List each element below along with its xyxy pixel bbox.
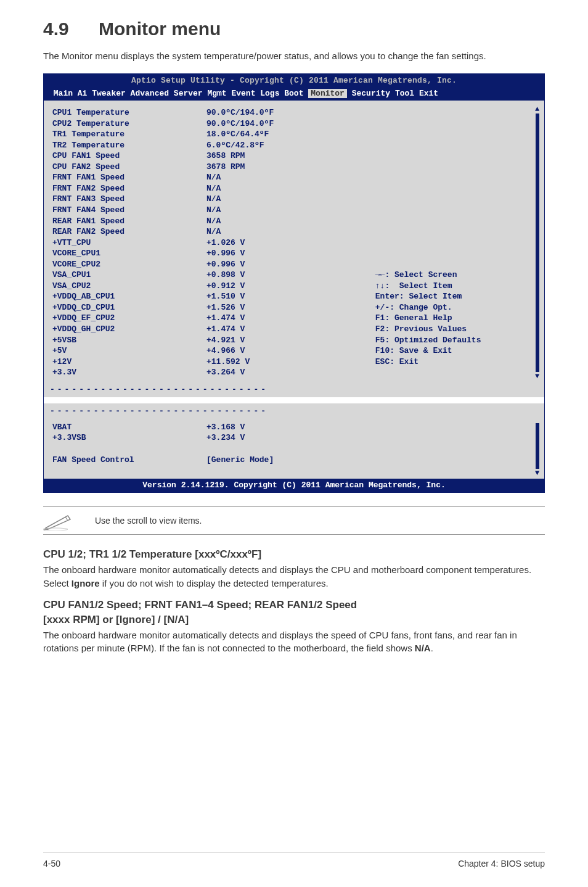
bios-row: CPU2 Temperature90.0ºC/194.0ºF [52,118,367,130]
bios-row: VCORE_CPU1+0.996 V [52,248,367,259]
bios-row: TR2 Temperature6.0ºC/42.8ºF [52,140,367,151]
bios-row-label: CPU FAN1 Speed [52,151,206,162]
intro-paragraph: The Monitor menu displays the system tem… [43,49,545,62]
bios-row-label: VSA_CPU2 [52,281,206,292]
bios-row-value: +1.026 V [206,237,245,249]
bios-row: VSA_CPU1+0.898 V [52,270,367,281]
chapter-label: Chapter 4: BIOS setup [458,859,545,868]
bios-row-value: +0.912 V [206,281,245,292]
bios-row: FRNT FAN4 SpeedN/A [52,205,367,216]
bios-row: VCORE_CPU2+0.996 V [52,259,367,270]
bios-row: CPU1 Temperature90.0ºC/194.0ºF [52,107,367,118]
bios-row-value: N/A [206,172,221,183]
bios-menu-bar: Main Ai Tweaker Advanced Server Mgmt Eve… [44,88,544,101]
help-spacer [375,216,537,227]
bios-menu-before: Main Ai Tweaker Advanced Server Mgmt Eve… [49,89,308,98]
bios-row: +5VSB+4.921 V [52,335,367,346]
bios-row-value: +0.996 V [206,248,245,259]
help-spacer [375,162,537,173]
scroll-track[interactable] [536,113,539,372]
bios-row-label: FRNT FAN2 Speed [52,183,206,194]
bios-row: +12V+11.592 V [52,357,367,368]
scroll-up-icon[interactable]: ▲ [535,106,539,112]
bios-row: +VDDQ_CD_CPU1+1.526 V [52,302,367,313]
bios-row-label: +VDDQ_GH_CPU2 [52,324,206,335]
bios-row-value: N/A [206,205,221,216]
scroll-down-icon-2[interactable]: ▼ [535,470,539,476]
bios-row: REAR FAN2 SpeedN/A [52,226,367,237]
bios-row-value: 3658 RPM [206,151,245,162]
bios-row: +VTT_CPU+1.026 V [52,237,367,249]
bios-row-label: +VDDQ_EF_CPU2 [52,313,206,324]
bios-row-label: CPU FAN2 Speed [52,162,206,173]
note-callout: Use the scroll to view items. [43,506,545,535]
bios-left-panel: CPU1 Temperature90.0ºC/194.0ºFCPU2 Tempe… [44,105,369,381]
bios-lower-panel: VBAT+3.168 V+3.3VSB+3.234 V FAN Speed Co… [44,419,544,479]
bios-row: +VDDQ_GH_CPU2+1.474 V [52,324,367,335]
bios-row-label: VCORE_CPU2 [52,259,206,270]
bios-row: +3.3VSB+3.234 V [52,432,544,444]
pencil-icon [43,511,71,530]
help-spacer [375,205,537,216]
bios-blank-strip [44,397,544,403]
bios-row: FRNT FAN2 SpeedN/A [52,183,367,194]
help-spacer [375,237,537,249]
bios-row-value: +11.592 V [206,357,250,368]
bios-row-value: +0.996 V [206,259,245,270]
bios-row-value: N/A [206,183,221,194]
scroll-track-2[interactable] [536,423,539,469]
bios-row-label: REAR FAN1 Speed [52,216,206,227]
bios-separator-dashes-2: ------------------------------ [44,403,544,419]
bios-row-value: +3.234 V [206,432,245,444]
help-spacer [375,259,537,270]
row-spacer [52,465,544,476]
bios-help-line: ESC: Exit [375,357,537,368]
scroll-down-icon[interactable]: ▼ [535,373,539,379]
bios-lower-scrollbar[interactable]: ▼ [534,422,541,476]
bios-row-label: TR1 Temperature [52,129,206,140]
bios-row: TR1 Temperature18.0ºC/64.4ºF [52,129,367,140]
bios-row-value: +3.168 V [206,422,245,433]
bios-row-value: 90.0ºC/194.0ºF [206,118,274,130]
bios-row-value: N/A [206,226,221,237]
paragraph-fan-speed: The onboard hardware monitor automatical… [43,629,545,656]
bios-row-label: +12V [52,357,206,368]
bios-row-label: +VTT_CPU [52,237,206,249]
bios-scrollbar[interactable]: ▲ ▼ [534,106,541,379]
help-spacer [375,172,537,183]
bios-row: +VDDQ_AB_CPU1+1.510 V [52,291,367,302]
bios-menu-after: Security Tool Exit [347,89,438,98]
help-spacer [375,226,537,237]
bios-row-label: FAN Speed Control [52,455,206,466]
bios-row-value: +4.921 V [206,335,245,346]
help-spacer [375,248,537,259]
bios-row-value: N/A [206,194,221,205]
help-spacer [375,129,537,140]
help-spacer [375,151,537,162]
bios-screen: Aptio Setup Utility - Copyright (C) 2011… [43,73,545,493]
bios-row-value: +1.474 V [206,324,245,335]
help-spacer [375,118,537,130]
bios-lower-rows: VBAT+3.168 V+3.3VSB+3.234 V FAN Speed Co… [44,422,544,476]
bios-row-value: +1.474 V [206,313,245,324]
bios-help-line: F10: Save & Exit [375,345,537,357]
note-text: Use the scroll to view items. [95,516,202,526]
bios-help-line: Enter: Select Item [375,291,537,302]
bold-word: N/A [415,643,431,653]
bios-help-line: F5: Optimized Defaults [375,335,537,346]
bios-row: VBAT+3.168 V [52,422,544,433]
bios-row-label: TR2 Temperature [52,140,206,151]
bios-fan-speed-row[interactable]: FAN Speed Control[Generic Mode] [52,455,544,466]
bios-row-label: FRNT FAN1 Speed [52,172,206,183]
bios-help-line: →←: Select Screen [375,270,537,281]
subheading-fan-speed-line1: CPU FAN1/2 Speed; FRNT FAN1–4 Speed; REA… [43,599,545,611]
bios-row-value: 6.0ºC/42.8ºF [206,140,264,151]
section-number: 4.9 [43,19,99,39]
section-heading: 4.9Monitor menu [43,19,545,39]
paragraph-cpu-temp: The onboard hardware monitor automatical… [43,563,545,590]
bios-row-label: VBAT [52,422,206,433]
svg-line-2 [65,517,68,521]
bios-row-label: +3.3VSB [52,432,206,444]
bios-row-value: [Generic Mode] [206,455,274,466]
bios-row: +VDDQ_EF_CPU2+1.474 V [52,313,367,324]
